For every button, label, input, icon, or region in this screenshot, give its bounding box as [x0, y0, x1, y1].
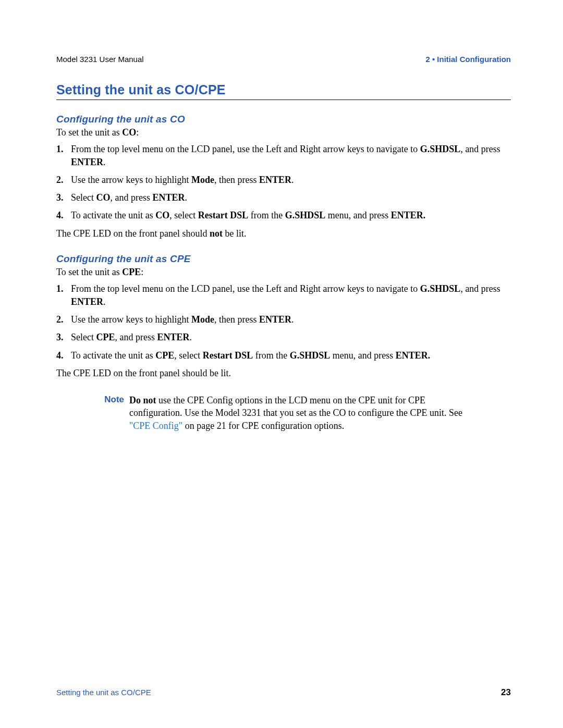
text: Select: [71, 332, 96, 342]
main-heading: Setting the unit as CO/CPE: [56, 82, 511, 100]
text-bold: Mode: [191, 314, 214, 325]
text-bold: ENTER.: [396, 350, 431, 361]
list-item: To activate the unit as CPE, select Rest…: [56, 349, 511, 362]
header-right: 2 • Initial Configuration: [425, 55, 511, 64]
text: The CPE LED on the front panel should: [56, 228, 210, 239]
text: Use the arrow keys to highlight: [71, 314, 191, 325]
subheading-co: Configuring the unit as CO: [56, 114, 511, 125]
intro-cpe: To set the unit as CPE:: [56, 266, 511, 278]
text: , then press: [214, 175, 259, 185]
text-bold: G.SHDSL: [285, 210, 326, 220]
list-item: Use the arrow keys to highlight Mode, th…: [56, 174, 511, 186]
text: menu, and press: [330, 350, 395, 361]
list-item: Use the arrow keys to highlight Mode, th…: [56, 313, 511, 326]
intro-co: To set the unit as CO:: [56, 126, 511, 139]
note-body: Do not use the CPE Config options in the…: [129, 394, 473, 432]
text: , and press: [115, 332, 157, 342]
list-item: From the top level menu on the LCD panel…: [56, 143, 511, 168]
after-co: The CPE LED on the front panel should no…: [56, 227, 511, 240]
text: From the top level menu on the LCD panel…: [71, 283, 420, 294]
text: :: [136, 127, 139, 138]
text: be lit.: [223, 228, 247, 239]
text: :: [141, 267, 143, 277]
text-bold: G.SHDSL: [290, 350, 331, 361]
text: , and press: [110, 192, 152, 203]
text-bold: Restart DSL: [198, 210, 249, 220]
text-bold: CPE: [96, 332, 115, 342]
list-item: To activate the unit as CO, select Resta…: [56, 209, 511, 221]
text-bold: CO: [122, 127, 136, 138]
text-bold: ENTER.: [391, 210, 426, 220]
text: .: [185, 192, 187, 203]
text: .: [189, 332, 192, 342]
list-item: From the top level menu on the LCD panel…: [56, 282, 511, 308]
list-item: Select CPE, and press ENTER.: [56, 331, 511, 343]
text-bold: ENTER: [71, 157, 103, 167]
page-footer: Setting the unit as CO/CPE 23: [56, 687, 511, 698]
text-bold: G.SHDSL: [420, 283, 461, 294]
text-bold: CO: [155, 210, 169, 220]
text-bold: ENTER: [157, 332, 189, 342]
cross-ref-link[interactable]: "CPE Config": [129, 421, 182, 431]
text: .: [291, 175, 294, 185]
text-bold: ENTER: [259, 314, 291, 325]
text: To activate the unit as: [71, 210, 155, 220]
subheading-cpe: Configuring the unit as CPE: [56, 253, 511, 265]
text: Use the arrow keys to highlight: [71, 175, 191, 185]
page: Model 3231 User Manual 2 • Initial Confi…: [0, 0, 563, 728]
text-bold: CO: [96, 192, 110, 203]
text: , then press: [214, 314, 259, 325]
text-bold: ENTER: [71, 297, 103, 307]
text-bold: Restart DSL: [203, 350, 253, 361]
text-bold: Mode: [191, 175, 214, 185]
text-bold: not: [210, 228, 223, 239]
after-cpe: The CPE LED on the front panel should be…: [56, 367, 511, 379]
text-bold: Do not: [129, 395, 156, 405]
note-label: Note: [93, 394, 129, 432]
text: , select: [174, 350, 202, 361]
text: use the CPE Config options in the LCD me…: [129, 395, 462, 418]
text: To set the unit as: [56, 127, 122, 138]
steps-cpe: From the top level menu on the LCD panel…: [56, 282, 511, 361]
text: from the: [248, 210, 285, 220]
text: .: [103, 297, 106, 307]
text: To set the unit as: [56, 267, 122, 277]
page-header: Model 3231 User Manual 2 • Initial Confi…: [56, 55, 511, 64]
text: on page 21 for CPE configuration options…: [182, 421, 344, 431]
text: from the: [253, 350, 289, 361]
text: .: [103, 157, 106, 167]
text-bold: ENTER: [152, 192, 185, 203]
text-bold: CPE: [122, 267, 141, 277]
text-bold: CPE: [155, 350, 174, 361]
text: , select: [169, 210, 198, 220]
note-block: Note Do not use the CPE Config options i…: [93, 394, 511, 432]
header-left: Model 3231 User Manual: [56, 55, 144, 64]
text: .: [291, 314, 294, 325]
text-bold: G.SHDSL: [420, 144, 461, 154]
text: , and press: [460, 283, 500, 294]
text: menu, and press: [325, 210, 390, 220]
footer-left: Setting the unit as CO/CPE: [56, 688, 151, 697]
page-number: 23: [501, 687, 511, 698]
list-item: Select CO, and press ENTER.: [56, 191, 511, 204]
text-bold: ENTER: [259, 175, 291, 185]
text: From the top level menu on the LCD panel…: [71, 144, 420, 154]
steps-co: From the top level menu on the LCD panel…: [56, 143, 511, 221]
text: Select: [71, 192, 96, 203]
text: , and press: [460, 144, 500, 154]
text: To activate the unit as: [71, 350, 155, 361]
